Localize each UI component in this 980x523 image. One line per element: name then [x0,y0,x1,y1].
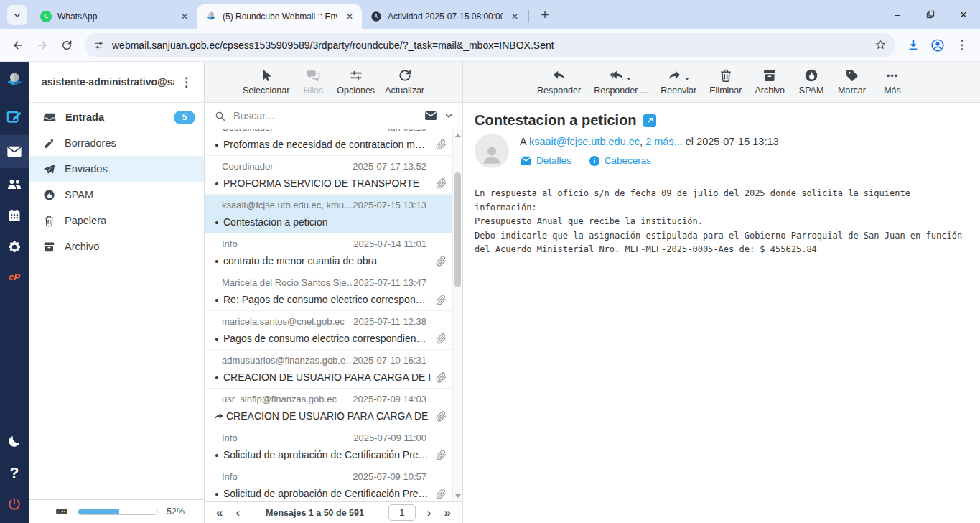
new-tab-button[interactable]: + [535,5,555,25]
logout-button[interactable] [0,489,29,520]
restore-button[interactable] [914,0,947,29]
tab-close-icon[interactable]: ✕ [508,10,521,23]
archive-button[interactable]: Archivo [750,67,790,97]
message-list-item[interactable]: ksaait@fcjse.utb.edu.ec, kmu… 2025-07-15… [205,195,452,233]
first-page-button[interactable]: « [215,506,224,519]
unread-dot-icon: • [212,488,222,500]
message-list-item[interactable]: maricela.santos@cnel.gob.ec 2025-07-11 1… [205,311,452,350]
dropdown-caret-icon[interactable] [625,75,633,83]
search-scope-mail-icon[interactable] [424,109,437,122]
tab-divider [528,10,529,23]
account-email: asistente-administrativo@sa… [42,76,174,88]
message-list-item[interactable]: usr_sinfip@finanzas.gob.ec 2025-07-09 14… [205,389,452,427]
account-menu-button[interactable]: ⋮ [174,73,198,91]
details-toggle[interactable]: Detalles [520,154,571,167]
more-recipients-link[interactable]: 2 más... [645,136,683,147]
search-input[interactable] [232,109,418,122]
select-button[interactable]: Seleccionar [238,67,294,97]
message-subject: Solicitud de aprobación de Certificación… [223,449,431,460]
list-scrollbar[interactable] [452,129,462,501]
message-date: 2025-07-09 11:00 [353,432,426,443]
message-date: 2025-07-10 16:31 [353,355,426,366]
rail-settings-button[interactable] [0,231,29,263]
dark-mode-button[interactable] [0,425,29,457]
close-window-button[interactable]: ✕ [947,0,980,29]
folder-borradores[interactable]: Borradores [29,130,204,156]
options-button[interactable]: Opciones [332,67,380,97]
refresh-button[interactable]: Actualizar [380,67,429,97]
headers-toggle[interactable]: Cabeceras [589,154,651,167]
trash-icon [719,68,733,83]
browser-menu-button[interactable]: ⋮ [950,33,974,57]
tab-close-icon[interactable]: ✕ [178,10,191,23]
url-text[interactable]: webmail.sanjuan.gob.ec/cpsess1535909589/… [112,40,874,51]
message-list-item[interactable]: admusuarios@finanzas.gob.e… 2025-07-10 1… [205,350,452,389]
forward-button[interactable] [30,33,55,57]
forward-button[interactable]: Reenviar [655,67,701,97]
folder-papelera[interactable]: Papelera [29,208,204,233]
more-button[interactable]: ••• Más [874,67,911,97]
dropdown-caret-icon[interactable] [683,75,691,83]
reload-button[interactable] [55,33,79,57]
mark-button[interactable]: Marcar [833,67,871,97]
open-in-new-window-button[interactable] [643,114,656,127]
search-bar [205,103,462,129]
site-settings-icon[interactable] [93,40,105,51]
rail-contacts-button[interactable] [0,168,29,200]
rail-calendar-button[interactable] [0,200,29,231]
reply-button[interactable]: Responder [532,67,586,97]
message-list-item[interactable]: Info 2025-07-14 11:01 • contrato de meno… [205,233,452,272]
folder-entrada[interactable]: Entrada 5 [29,104,204,130]
message-sender: Info [222,239,238,249]
external-link-icon [645,116,654,125]
unread-count-badge: 5 [174,111,195,124]
folder-label: Papelera [65,215,195,226]
page-number-input[interactable] [388,504,416,521]
message-sender: Maricela del Rocio Santos Sie… [222,277,353,288]
compose-button[interactable] [0,99,29,135]
rail-mail-button[interactable] [0,135,29,168]
list-toolbar: Seleccionar Hilos Opciones Actualizar [205,62,462,103]
attachment-icon [436,411,447,422]
button-label: Más [884,85,901,96]
message-list-item[interactable]: Coordinador lun 08:19 • Proformas de nec… [205,129,452,156]
tab-close-icon[interactable]: ✕ [343,10,356,23]
message-list-item[interactable]: Info 2025-07-09 10:57 • Solicitud de apr… [205,466,452,501]
tab-actividad[interactable]: Actividad 2025-07-15 08:00:00 ✕ [362,4,527,29]
tab-search-button[interactable] [7,5,27,25]
message-list-item[interactable]: Info 2025-07-09 11:00 • Solicitud de apr… [205,427,452,466]
recipient-email-link[interactable]: ksaait@fcjse.utb.edu.ec [529,136,640,147]
message-list-item[interactable]: Maricela del Rocio Santos Sie… 2025-07-1… [205,272,452,311]
delete-button[interactable]: Eliminar [704,67,747,97]
folder-enviados[interactable]: Enviados [29,156,204,182]
address-bar[interactable]: webmail.sanjuan.gob.ec/cpsess1535909589/… [85,33,895,57]
minimize-button[interactable]: – [881,0,914,29]
tab-roundcube[interactable]: (5) Roundcube Webmail :: Envia ✕ [197,4,362,29]
tab-title: Actividad 2025-07-15 08:00:00 [388,11,503,22]
threads-button[interactable]: Hilos [294,67,332,97]
message-list-item[interactable]: Coordinador 2025-07-17 13:52 • PROFORMA … [205,156,452,195]
tab-whatsapp[interactable]: WhatsApp ✕ [32,4,197,29]
last-page-button[interactable]: » [443,506,452,519]
search-options-chevron-ic[interactable] [444,111,454,121]
folder-archivo[interactable]: Archivo [29,233,204,259]
help-button[interactable]: ? [0,457,29,489]
downloads-button[interactable] [901,33,925,57]
scrollbar-down-icon[interactable] [453,491,462,500]
reply-all-button[interactable]: Responder ... [589,67,653,97]
attachment-icon [436,333,447,344]
unread-dot-icon: • [212,139,222,151]
back-button[interactable] [6,33,30,57]
message-view-panel: Responder Responder ... Reenviar Elimina… [463,62,980,523]
tab-title: (5) Roundcube Webmail :: Envia [223,11,337,22]
folder-spam[interactable]: SPAM [29,182,204,208]
contacts-icon [6,176,22,192]
next-page-button[interactable]: › [426,506,433,519]
scrollbar-thumb[interactable] [454,172,461,287]
spam-button[interactable]: SPAM [793,67,830,97]
bookmark-star-icon[interactable] [874,39,887,51]
profile-button[interactable] [925,33,950,57]
scrollbar-up-icon[interactable] [453,131,462,139]
prev-page-button[interactable]: ‹ [234,506,241,519]
cpanel-logo[interactable]: cP [0,263,29,290]
